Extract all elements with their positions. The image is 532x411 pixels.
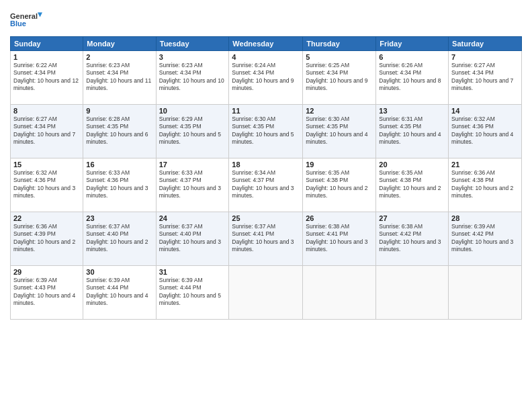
calendar-cell: 21 Sunrise: 6:36 AM Sunset: 4:38 PM Dayl… — [449, 158, 522, 212]
calendar-cell: 11 Sunrise: 6:30 AM Sunset: 4:35 PM Dayl… — [229, 105, 303, 158]
day-number: 6 — [379, 53, 445, 61]
calendar-cell — [449, 266, 522, 320]
calendar-day-header: Saturday — [449, 37, 522, 51]
day-number: 16 — [86, 161, 152, 169]
calendar-cell: 15 Sunrise: 6:32 AM Sunset: 4:36 PM Dayl… — [11, 158, 83, 212]
calendar-cell: 17 Sunrise: 6:33 AM Sunset: 4:37 PM Dayl… — [156, 158, 229, 212]
calendar-week-row: 15 Sunrise: 6:32 AM Sunset: 4:36 PM Dayl… — [11, 158, 522, 212]
day-info: Sunrise: 6:23 AM Sunset: 4:34 PM Dayligh… — [159, 62, 226, 93]
day-info: Sunrise: 6:26 AM Sunset: 4:34 PM Dayligh… — [379, 62, 445, 93]
day-info: Sunrise: 6:38 AM Sunset: 4:41 PM Dayligh… — [306, 223, 373, 254]
day-number: 25 — [232, 214, 300, 222]
calendar: SundayMondayTuesdayWednesdayThursdayFrid… — [10, 36, 522, 320]
day-number: 3 — [159, 53, 226, 61]
day-number: 13 — [379, 107, 445, 115]
calendar-cell — [229, 266, 303, 320]
day-info: Sunrise: 6:30 AM Sunset: 4:35 PM Dayligh… — [232, 116, 300, 146]
day-info: Sunrise: 6:33 AM Sunset: 4:37 PM Dayligh… — [159, 169, 226, 200]
logo-svg: General Blue — [10, 7, 44, 32]
day-number: 24 — [159, 214, 226, 222]
page: General Blue SundayMondayTuesdayWednesda… — [0, 0, 532, 411]
day-info: Sunrise: 6:27 AM Sunset: 4:34 PM Dayligh… — [13, 116, 80, 146]
calendar-cell: 25 Sunrise: 6:37 AM Sunset: 4:41 PM Dayl… — [229, 212, 303, 266]
day-info: Sunrise: 6:34 AM Sunset: 4:37 PM Dayligh… — [232, 169, 300, 200]
calendar-day-header: Sunday — [11, 37, 83, 51]
day-info: Sunrise: 6:35 AM Sunset: 4:38 PM Dayligh… — [379, 169, 445, 200]
calendar-cell: 27 Sunrise: 6:38 AM Sunset: 4:42 PM Dayl… — [376, 212, 449, 266]
day-info: Sunrise: 6:24 AM Sunset: 4:34 PM Dayligh… — [232, 62, 300, 93]
calendar-cell: 31 Sunrise: 6:39 AM Sunset: 4:44 PM Dayl… — [156, 266, 229, 320]
day-number: 27 — [379, 214, 445, 222]
calendar-cell: 3 Sunrise: 6:23 AM Sunset: 4:34 PM Dayli… — [156, 51, 229, 105]
calendar-cell: 23 Sunrise: 6:37 AM Sunset: 4:40 PM Dayl… — [83, 212, 156, 266]
calendar-cell: 16 Sunrise: 6:33 AM Sunset: 4:36 PM Dayl… — [83, 158, 156, 212]
day-number: 18 — [232, 161, 300, 169]
calendar-cell: 18 Sunrise: 6:34 AM Sunset: 4:37 PM Dayl… — [229, 158, 303, 212]
svg-text:Blue: Blue — [10, 19, 26, 28]
day-info: Sunrise: 6:39 AM Sunset: 4:44 PM Dayligh… — [86, 277, 152, 308]
day-number: 14 — [451, 107, 519, 115]
day-info: Sunrise: 6:39 AM Sunset: 4:42 PM Dayligh… — [451, 223, 519, 254]
calendar-cell: 6 Sunrise: 6:26 AM Sunset: 4:34 PM Dayli… — [376, 51, 449, 105]
day-number: 7 — [451, 53, 519, 61]
calendar-header-row: SundayMondayTuesdayWednesdayThursdayFrid… — [11, 37, 522, 51]
calendar-cell: 2 Sunrise: 6:23 AM Sunset: 4:34 PM Dayli… — [83, 51, 156, 105]
calendar-cell: 1 Sunrise: 6:22 AM Sunset: 4:34 PM Dayli… — [11, 51, 83, 105]
calendar-cell: 12 Sunrise: 6:30 AM Sunset: 4:35 PM Dayl… — [303, 105, 376, 158]
day-number: 22 — [13, 214, 80, 222]
day-info: Sunrise: 6:25 AM Sunset: 4:34 PM Dayligh… — [306, 62, 373, 93]
day-number: 11 — [232, 107, 300, 115]
day-info: Sunrise: 6:31 AM Sunset: 4:35 PM Dayligh… — [379, 116, 445, 146]
day-info: Sunrise: 6:28 AM Sunset: 4:35 PM Dayligh… — [86, 116, 152, 146]
day-info: Sunrise: 6:30 AM Sunset: 4:35 PM Dayligh… — [306, 116, 373, 146]
calendar-cell — [376, 266, 449, 320]
calendar-day-header: Friday — [376, 37, 449, 51]
calendar-cell: 4 Sunrise: 6:24 AM Sunset: 4:34 PM Dayli… — [229, 51, 303, 105]
day-number: 8 — [13, 107, 80, 115]
calendar-day-header: Tuesday — [156, 37, 229, 51]
day-number: 30 — [86, 268, 152, 276]
day-number: 5 — [306, 53, 373, 61]
day-number: 28 — [451, 214, 519, 222]
calendar-cell — [303, 266, 376, 320]
calendar-week-row: 8 Sunrise: 6:27 AM Sunset: 4:34 PM Dayli… — [11, 105, 522, 158]
day-number: 20 — [379, 161, 445, 169]
calendar-cell: 29 Sunrise: 6:39 AM Sunset: 4:43 PM Dayl… — [11, 266, 83, 320]
day-info: Sunrise: 6:32 AM Sunset: 4:36 PM Dayligh… — [451, 116, 519, 146]
day-number: 9 — [86, 107, 152, 115]
svg-marker-2 — [38, 13, 42, 17]
calendar-cell: 30 Sunrise: 6:39 AM Sunset: 4:44 PM Dayl… — [83, 266, 156, 320]
day-info: Sunrise: 6:39 AM Sunset: 4:44 PM Dayligh… — [159, 277, 226, 308]
logo: General Blue — [10, 7, 44, 32]
day-number: 10 — [159, 107, 226, 115]
calendar-cell: 10 Sunrise: 6:29 AM Sunset: 4:35 PM Dayl… — [156, 105, 229, 158]
calendar-cell: 22 Sunrise: 6:36 AM Sunset: 4:39 PM Dayl… — [11, 212, 83, 266]
day-number: 31 — [159, 268, 226, 276]
svg-text:General: General — [10, 12, 38, 20]
day-number: 1 — [13, 53, 80, 61]
calendar-week-row: 22 Sunrise: 6:36 AM Sunset: 4:39 PM Dayl… — [11, 212, 522, 266]
day-info: Sunrise: 6:35 AM Sunset: 4:38 PM Dayligh… — [306, 169, 373, 200]
calendar-cell: 20 Sunrise: 6:35 AM Sunset: 4:38 PM Dayl… — [376, 158, 449, 212]
calendar-day-header: Thursday — [303, 37, 376, 51]
day-number: 2 — [86, 53, 152, 61]
day-info: Sunrise: 6:36 AM Sunset: 4:38 PM Dayligh… — [451, 169, 519, 200]
day-number: 21 — [451, 161, 519, 169]
calendar-cell: 9 Sunrise: 6:28 AM Sunset: 4:35 PM Dayli… — [83, 105, 156, 158]
day-number: 29 — [13, 268, 80, 276]
day-number: 12 — [306, 107, 373, 115]
day-info: Sunrise: 6:36 AM Sunset: 4:39 PM Dayligh… — [13, 223, 80, 254]
calendar-cell: 19 Sunrise: 6:35 AM Sunset: 4:38 PM Dayl… — [303, 158, 376, 212]
day-info: Sunrise: 6:33 AM Sunset: 4:36 PM Dayligh… — [86, 169, 152, 200]
calendar-week-row: 29 Sunrise: 6:39 AM Sunset: 4:43 PM Dayl… — [11, 266, 522, 320]
day-info: Sunrise: 6:27 AM Sunset: 4:34 PM Dayligh… — [451, 62, 519, 93]
calendar-cell: 14 Sunrise: 6:32 AM Sunset: 4:36 PM Dayl… — [449, 105, 522, 158]
day-number: 4 — [232, 53, 300, 61]
day-number: 23 — [86, 214, 152, 222]
calendar-day-header: Monday — [83, 37, 156, 51]
day-info: Sunrise: 6:22 AM Sunset: 4:34 PM Dayligh… — [13, 62, 80, 93]
calendar-week-row: 1 Sunrise: 6:22 AM Sunset: 4:34 PM Dayli… — [11, 51, 522, 105]
calendar-cell: 5 Sunrise: 6:25 AM Sunset: 4:34 PM Dayli… — [303, 51, 376, 105]
header: General Blue — [10, 7, 522, 32]
day-info: Sunrise: 6:32 AM Sunset: 4:36 PM Dayligh… — [13, 169, 80, 200]
